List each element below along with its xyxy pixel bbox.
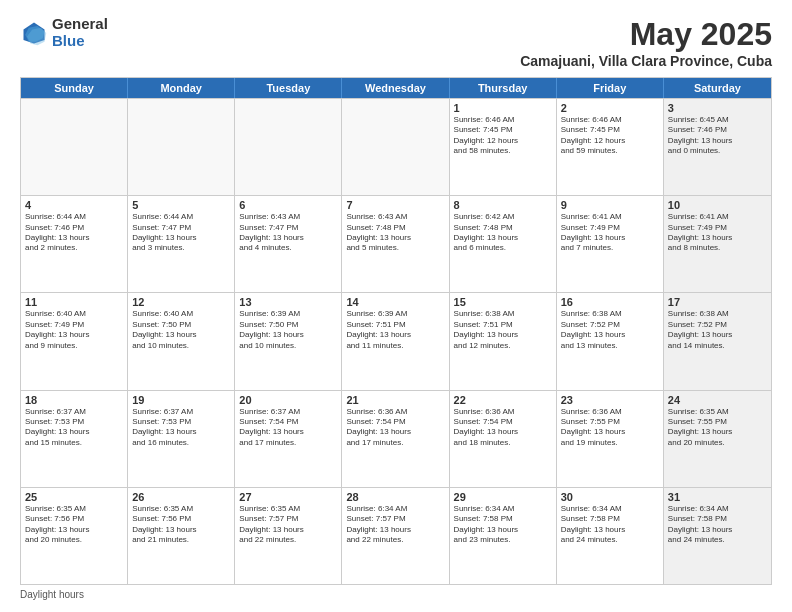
cal-cell: 9Sunrise: 6:41 AM Sunset: 7:49 PM Daylig… (557, 196, 664, 292)
day-number: 29 (454, 491, 552, 503)
day-number: 9 (561, 199, 659, 211)
day-info: Sunrise: 6:37 AM Sunset: 7:53 PM Dayligh… (25, 407, 123, 449)
calendar-header-row: SundayMondayTuesdayWednesdayThursdayFrid… (21, 78, 771, 98)
day-number: 27 (239, 491, 337, 503)
day-number: 4 (25, 199, 123, 211)
cal-header-tuesday: Tuesday (235, 78, 342, 98)
day-info: Sunrise: 6:45 AM Sunset: 7:46 PM Dayligh… (668, 115, 767, 157)
cal-cell: 17Sunrise: 6:38 AM Sunset: 7:52 PM Dayli… (664, 293, 771, 389)
daylight-hours-label: Daylight hours (20, 589, 84, 600)
day-info: Sunrise: 6:39 AM Sunset: 7:51 PM Dayligh… (346, 309, 444, 351)
day-number: 3 (668, 102, 767, 114)
day-number: 13 (239, 296, 337, 308)
day-info: Sunrise: 6:39 AM Sunset: 7:50 PM Dayligh… (239, 309, 337, 351)
day-number: 2 (561, 102, 659, 114)
cal-header-monday: Monday (128, 78, 235, 98)
day-number: 1 (454, 102, 552, 114)
page: General Blue May 2025 Camajuani, Villa C… (0, 0, 792, 612)
cal-cell: 2Sunrise: 6:46 AM Sunset: 7:45 PM Daylig… (557, 99, 664, 195)
cal-cell: 12Sunrise: 6:40 AM Sunset: 7:50 PM Dayli… (128, 293, 235, 389)
cal-week-3: 11Sunrise: 6:40 AM Sunset: 7:49 PM Dayli… (21, 292, 771, 389)
day-number: 12 (132, 296, 230, 308)
day-info: Sunrise: 6:38 AM Sunset: 7:52 PM Dayligh… (668, 309, 767, 351)
day-info: Sunrise: 6:38 AM Sunset: 7:51 PM Dayligh… (454, 309, 552, 351)
logo-text: General Blue (52, 16, 108, 49)
day-number: 23 (561, 394, 659, 406)
day-info: Sunrise: 6:36 AM Sunset: 7:54 PM Dayligh… (454, 407, 552, 449)
cal-cell: 11Sunrise: 6:40 AM Sunset: 7:49 PM Dayli… (21, 293, 128, 389)
day-info: Sunrise: 6:37 AM Sunset: 7:54 PM Dayligh… (239, 407, 337, 449)
day-info: Sunrise: 6:40 AM Sunset: 7:49 PM Dayligh… (25, 309, 123, 351)
cal-cell: 23Sunrise: 6:36 AM Sunset: 7:55 PM Dayli… (557, 391, 664, 487)
cal-cell: 1Sunrise: 6:46 AM Sunset: 7:45 PM Daylig… (450, 99, 557, 195)
day-number: 10 (668, 199, 767, 211)
day-number: 15 (454, 296, 552, 308)
day-info: Sunrise: 6:43 AM Sunset: 7:47 PM Dayligh… (239, 212, 337, 254)
cal-cell: 27Sunrise: 6:35 AM Sunset: 7:57 PM Dayli… (235, 488, 342, 584)
day-number: 28 (346, 491, 444, 503)
day-info: Sunrise: 6:38 AM Sunset: 7:52 PM Dayligh… (561, 309, 659, 351)
day-info: Sunrise: 6:34 AM Sunset: 7:58 PM Dayligh… (561, 504, 659, 546)
day-info: Sunrise: 6:35 AM Sunset: 7:56 PM Dayligh… (25, 504, 123, 546)
cal-cell: 22Sunrise: 6:36 AM Sunset: 7:54 PM Dayli… (450, 391, 557, 487)
day-number: 14 (346, 296, 444, 308)
day-info: Sunrise: 6:44 AM Sunset: 7:47 PM Dayligh… (132, 212, 230, 254)
cal-cell: 4Sunrise: 6:44 AM Sunset: 7:46 PM Daylig… (21, 196, 128, 292)
header: General Blue May 2025 Camajuani, Villa C… (20, 16, 772, 69)
day-info: Sunrise: 6:34 AM Sunset: 7:58 PM Dayligh… (668, 504, 767, 546)
cal-cell: 29Sunrise: 6:34 AM Sunset: 7:58 PM Dayli… (450, 488, 557, 584)
day-info: Sunrise: 6:35 AM Sunset: 7:56 PM Dayligh… (132, 504, 230, 546)
day-info: Sunrise: 6:36 AM Sunset: 7:55 PM Dayligh… (561, 407, 659, 449)
cal-cell: 18Sunrise: 6:37 AM Sunset: 7:53 PM Dayli… (21, 391, 128, 487)
cal-cell: 7Sunrise: 6:43 AM Sunset: 7:48 PM Daylig… (342, 196, 449, 292)
cal-cell: 19Sunrise: 6:37 AM Sunset: 7:53 PM Dayli… (128, 391, 235, 487)
cal-cell: 15Sunrise: 6:38 AM Sunset: 7:51 PM Dayli… (450, 293, 557, 389)
day-info: Sunrise: 6:36 AM Sunset: 7:54 PM Dayligh… (346, 407, 444, 449)
day-number: 26 (132, 491, 230, 503)
logo-blue-text: Blue (52, 33, 108, 50)
cal-cell: 16Sunrise: 6:38 AM Sunset: 7:52 PM Dayli… (557, 293, 664, 389)
day-info: Sunrise: 6:46 AM Sunset: 7:45 PM Dayligh… (561, 115, 659, 157)
cal-header-wednesday: Wednesday (342, 78, 449, 98)
cal-cell: 24Sunrise: 6:35 AM Sunset: 7:55 PM Dayli… (664, 391, 771, 487)
cal-cell: 26Sunrise: 6:35 AM Sunset: 7:56 PM Dayli… (128, 488, 235, 584)
day-number: 16 (561, 296, 659, 308)
day-info: Sunrise: 6:34 AM Sunset: 7:57 PM Dayligh… (346, 504, 444, 546)
day-info: Sunrise: 6:34 AM Sunset: 7:58 PM Dayligh… (454, 504, 552, 546)
day-number: 24 (668, 394, 767, 406)
day-info: Sunrise: 6:44 AM Sunset: 7:46 PM Dayligh… (25, 212, 123, 254)
day-info: Sunrise: 6:46 AM Sunset: 7:45 PM Dayligh… (454, 115, 552, 157)
cal-week-5: 25Sunrise: 6:35 AM Sunset: 7:56 PM Dayli… (21, 487, 771, 584)
day-number: 5 (132, 199, 230, 211)
cal-header-thursday: Thursday (450, 78, 557, 98)
cal-cell: 31Sunrise: 6:34 AM Sunset: 7:58 PM Dayli… (664, 488, 771, 584)
day-number: 17 (668, 296, 767, 308)
logo: General Blue (20, 16, 108, 49)
cal-cell: 30Sunrise: 6:34 AM Sunset: 7:58 PM Dayli… (557, 488, 664, 584)
cal-header-saturday: Saturday (664, 78, 771, 98)
subtitle: Camajuani, Villa Clara Province, Cuba (520, 53, 772, 69)
day-number: 18 (25, 394, 123, 406)
main-title: May 2025 (520, 16, 772, 53)
calendar-body: 1Sunrise: 6:46 AM Sunset: 7:45 PM Daylig… (21, 98, 771, 584)
cal-cell: 13Sunrise: 6:39 AM Sunset: 7:50 PM Dayli… (235, 293, 342, 389)
cal-cell: 3Sunrise: 6:45 AM Sunset: 7:46 PM Daylig… (664, 99, 771, 195)
day-number: 25 (25, 491, 123, 503)
day-info: Sunrise: 6:42 AM Sunset: 7:48 PM Dayligh… (454, 212, 552, 254)
day-number: 6 (239, 199, 337, 211)
logo-icon (20, 19, 48, 47)
title-block: May 2025 Camajuani, Villa Clara Province… (520, 16, 772, 69)
day-info: Sunrise: 6:35 AM Sunset: 7:55 PM Dayligh… (668, 407, 767, 449)
cal-header-sunday: Sunday (21, 78, 128, 98)
day-info: Sunrise: 6:41 AM Sunset: 7:49 PM Dayligh… (561, 212, 659, 254)
cal-cell: 8Sunrise: 6:42 AM Sunset: 7:48 PM Daylig… (450, 196, 557, 292)
cal-cell (235, 99, 342, 195)
cal-cell: 14Sunrise: 6:39 AM Sunset: 7:51 PM Dayli… (342, 293, 449, 389)
logo-general-text: General (52, 16, 108, 33)
day-number: 21 (346, 394, 444, 406)
cal-cell (21, 99, 128, 195)
day-number: 8 (454, 199, 552, 211)
day-number: 11 (25, 296, 123, 308)
cal-week-4: 18Sunrise: 6:37 AM Sunset: 7:53 PM Dayli… (21, 390, 771, 487)
cal-cell: 28Sunrise: 6:34 AM Sunset: 7:57 PM Dayli… (342, 488, 449, 584)
